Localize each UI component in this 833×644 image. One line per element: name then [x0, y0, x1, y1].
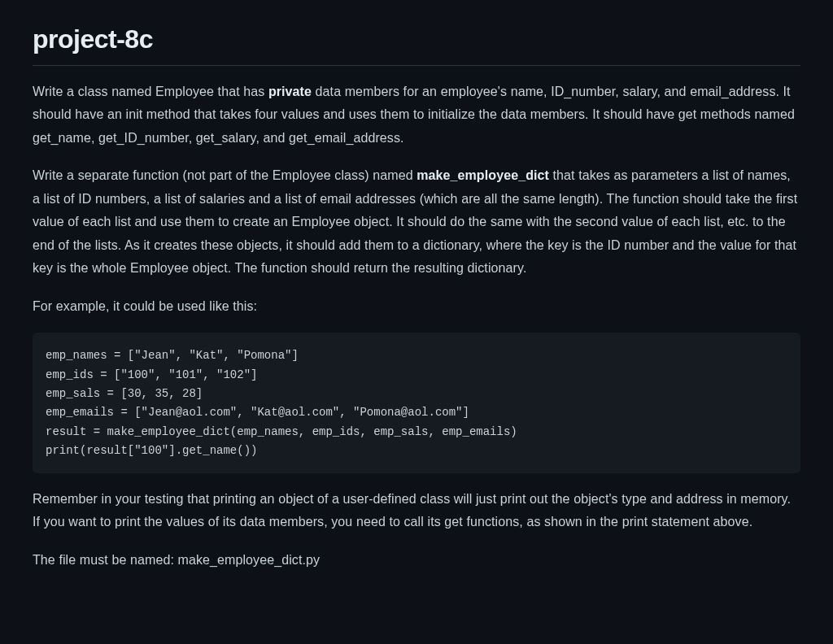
- paragraph-class-description: Write a class named Employee that has pr…: [33, 80, 800, 150]
- project-title: project-8c: [33, 20, 800, 66]
- text-segment: that takes as parameters a list of names…: [33, 168, 797, 275]
- paragraph-function-description: Write a separate function (not part of t…: [33, 164, 800, 280]
- code-example: emp_names = ["Jean", "Kat", "Pomona"] em…: [46, 349, 517, 457]
- readme-content: project-8c Write a class named Employee …: [0, 0, 833, 619]
- bold-function-name: make_employee_dict: [416, 168, 549, 182]
- bold-private: private: [268, 85, 312, 98]
- code-block: emp_names = ["Jean", "Kat", "Pomona"] em…: [33, 333, 800, 472]
- paragraph-example-intro: For example, it could be used like this:: [33, 295, 800, 318]
- text-segment: Write a separate function (not part of t…: [33, 168, 416, 182]
- paragraph-filename: The file must be named: make_employee_di…: [33, 549, 800, 572]
- paragraph-testing-note: Remember in your testing that printing a…: [33, 488, 800, 534]
- text-segment: Write a class named Employee that has: [33, 85, 268, 98]
